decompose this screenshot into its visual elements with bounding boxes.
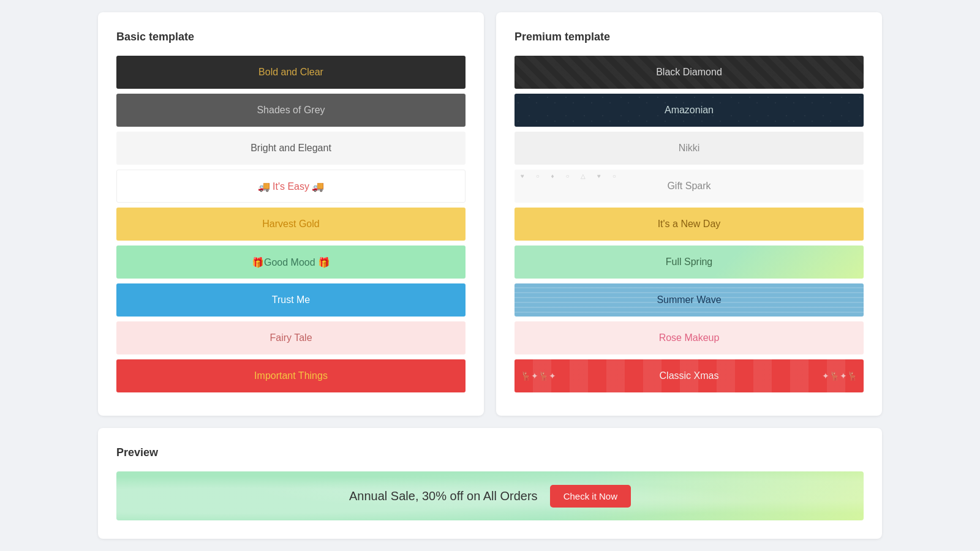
- template-item-gift-spark[interactable]: Gift Spark: [514, 170, 864, 203]
- preview-panel: Preview Annual Sale, 30% off on All Orde…: [98, 428, 882, 539]
- template-item-black-diamond[interactable]: Black Diamond: [514, 56, 864, 89]
- template-item-important-things[interactable]: Important Things: [116, 359, 466, 392]
- template-item-bold-clear[interactable]: Bold and Clear: [116, 56, 466, 89]
- preview-banner-text: Annual Sale, 30% off on All Orders: [349, 489, 538, 503]
- template-item-full-spring[interactable]: Full Spring: [514, 246, 864, 279]
- template-item-its-easy[interactable]: 🚚 It's Easy 🚚: [116, 170, 466, 203]
- template-item-summer-wave[interactable]: Summer Wave: [514, 283, 864, 317]
- template-item-harvest-gold[interactable]: Harvest Gold: [116, 208, 466, 241]
- basic-items-list: Bold and ClearShades of GreyBright and E…: [116, 56, 466, 392]
- template-item-trust-me[interactable]: Trust Me: [116, 283, 466, 317]
- preview-title: Preview: [116, 446, 864, 459]
- premium-template-panel: Premium template Black DiamondAmazonianN…: [496, 12, 882, 416]
- template-item-shades-grey[interactable]: Shades of Grey: [116, 94, 466, 127]
- preview-banner: Annual Sale, 30% off on All Orders Check…: [116, 471, 864, 520]
- basic-template-title: Basic template: [116, 31, 466, 43]
- check-it-now-button[interactable]: Check it Now: [550, 485, 631, 508]
- premium-template-title: Premium template: [514, 31, 864, 43]
- template-item-amazonian[interactable]: Amazonian: [514, 94, 864, 127]
- main-container: Basic template Bold and ClearShades of G…: [98, 12, 882, 539]
- template-item-fairy-tale[interactable]: Fairy Tale: [116, 321, 466, 354]
- premium-items-list: Black DiamondAmazonianNikkiGift SparkIt'…: [514, 56, 864, 392]
- template-item-nikki[interactable]: Nikki: [514, 132, 864, 165]
- template-item-classic-xmas[interactable]: Classic Xmas: [514, 359, 864, 392]
- template-item-bright-elegant[interactable]: Bright and Elegant: [116, 132, 466, 165]
- template-item-rose-makeup[interactable]: Rose Makeup: [514, 321, 864, 354]
- basic-template-panel: Basic template Bold and ClearShades of G…: [98, 12, 484, 416]
- template-item-good-mood[interactable]: 🎁Good Mood 🎁: [116, 246, 466, 279]
- top-row: Basic template Bold and ClearShades of G…: [98, 12, 882, 416]
- template-item-new-day[interactable]: It's a New Day: [514, 208, 864, 241]
